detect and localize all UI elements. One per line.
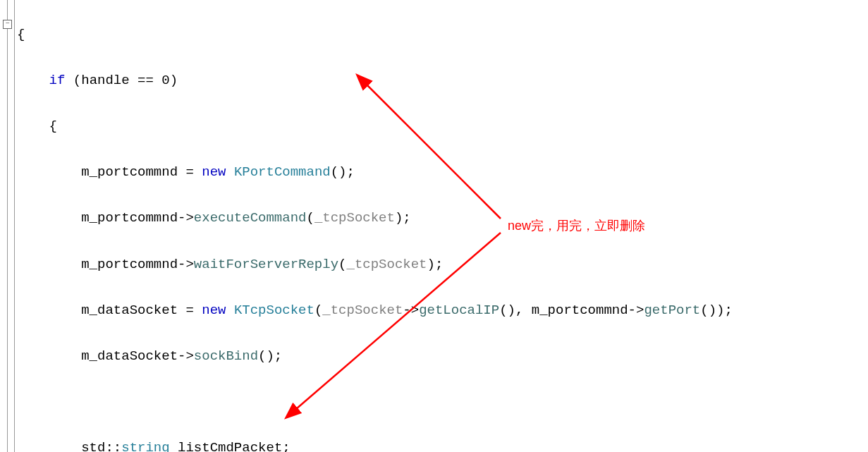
type-name: string bbox=[121, 440, 169, 452]
brace-open: { bbox=[17, 27, 25, 42]
expr: m_portcommnd = bbox=[17, 164, 202, 180]
method-call: waitForServerReply bbox=[194, 257, 338, 272]
paren: ); bbox=[427, 257, 444, 272]
code-line bbox=[17, 391, 733, 414]
paren: ); bbox=[395, 210, 411, 226]
code-line: { bbox=[17, 23, 733, 47]
gutter: − bbox=[0, 0, 15, 452]
fold-toggle-icon[interactable]: − bbox=[3, 20, 12, 29]
arrow: -> bbox=[403, 303, 419, 318]
expr: m_portcommnd-> bbox=[17, 257, 194, 272]
method-call: sockBind bbox=[194, 348, 258, 364]
keyword-new: new bbox=[202, 164, 226, 180]
code-line: { bbox=[17, 115, 733, 138]
argument: _tcpSocket bbox=[314, 210, 395, 226]
paren: ( bbox=[306, 210, 314, 226]
space bbox=[226, 303, 233, 318]
paren: ( bbox=[314, 303, 322, 318]
condition: (handle == 0) bbox=[65, 73, 178, 88]
method-call: getPort bbox=[644, 303, 700, 318]
code-line: m_dataSocket->sockBind(); bbox=[17, 345, 733, 368]
code-line: if (handle == 0) bbox=[17, 69, 733, 92]
type-name: KPortCommand bbox=[234, 164, 331, 180]
code-line: std::string listCmdPacket; bbox=[17, 436, 733, 452]
code-line: m_portcommnd = new KPortCommand(); bbox=[17, 161, 733, 184]
paren: ( bbox=[338, 257, 346, 272]
expr: m_dataSocket = bbox=[17, 303, 202, 318]
annotation-text: new完，用完，立即删除 bbox=[508, 217, 645, 234]
code-line: m_dataSocket = new KTcpSocket(_tcpSocket… bbox=[17, 299, 733, 322]
code-line: m_portcommnd->waitForServerReply(_tcpSoc… bbox=[17, 253, 733, 276]
brace-open: { bbox=[17, 118, 57, 134]
expr: m_dataSocket-> bbox=[17, 348, 194, 364]
type-name: KTcpSocket bbox=[234, 303, 314, 318]
method-call: executeCommand bbox=[194, 210, 307, 226]
expr: std:: bbox=[17, 440, 121, 452]
paren: (); bbox=[258, 348, 282, 364]
expr: m_portcommnd-> bbox=[17, 210, 194, 226]
paren: (); bbox=[331, 164, 355, 180]
expr: (), m_portcommnd-> bbox=[499, 303, 644, 318]
argument: _tcpSocket bbox=[322, 303, 403, 318]
expr: listCmdPacket; bbox=[170, 440, 291, 452]
argument: _tcpSocket bbox=[346, 257, 427, 272]
fold-guide-line bbox=[7, 0, 8, 452]
method-call: getLocalIP bbox=[419, 303, 499, 318]
keyword-if: if bbox=[49, 73, 66, 88]
space bbox=[226, 164, 233, 180]
keyword-new: new bbox=[202, 303, 226, 318]
paren: ()); bbox=[700, 303, 733, 318]
